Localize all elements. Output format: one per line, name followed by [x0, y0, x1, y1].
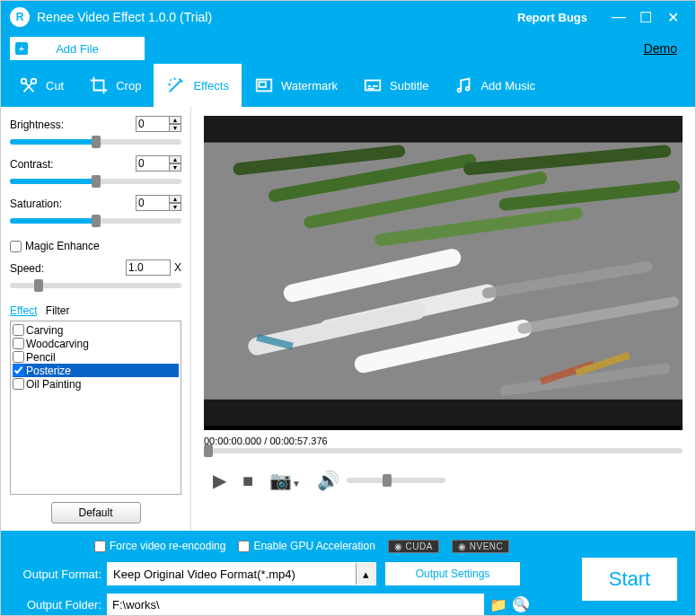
- magic-enhance-checkbox[interactable]: Magic Enhance: [10, 240, 181, 252]
- contrast-label: Contrast:: [10, 158, 69, 171]
- default-button[interactable]: Default: [51, 502, 141, 524]
- brightness-label: Brightness:: [10, 119, 69, 131]
- snapshot-button[interactable]: 📷▼: [269, 470, 301, 491]
- add-file-label: Add File: [56, 42, 99, 56]
- brightness-input[interactable]: [136, 116, 170, 132]
- sub-bar: + Add File Demo: [1, 33, 695, 64]
- preview-panel: 00:00:00.000 / 00:00:57.376 ▶ ■ 📷▼ 🔊: [191, 107, 695, 531]
- volume-icon[interactable]: 🔊: [317, 470, 339, 491]
- tool-tabs: Cut Crop Effects Watermark Subtitle Add …: [1, 64, 695, 107]
- saturation-up[interactable]: ▲: [169, 195, 181, 203]
- seek-slider[interactable]: [204, 448, 683, 453]
- title-bar: R Renee Video Effect 1.0.0 (Trial) Repor…: [1, 1, 695, 33]
- volume-slider[interactable]: [347, 478, 445, 483]
- nvenc-badge: ◉ NVENC: [452, 540, 509, 553]
- minimize-button[interactable]: —: [605, 9, 632, 25]
- effect-tab-link[interactable]: Effect: [10, 304, 37, 317]
- output-format-label: Output Format:: [13, 568, 107, 581]
- app-logo-icon: R: [10, 7, 30, 27]
- tab-cut[interactable]: Cut: [6, 64, 76, 107]
- contrast-input[interactable]: [136, 155, 170, 172]
- tab-effects-label: Effects: [193, 79, 229, 92]
- output-format-value: Keep Original Video Format(*.mp4): [113, 568, 295, 581]
- effect-item-carving[interactable]: Carving: [13, 323, 179, 337]
- tab-crop-label: Crop: [116, 79, 141, 92]
- bottom-bar: Force video re-encoding Enable GPU Accel…: [1, 531, 695, 615]
- svg-point-6: [466, 87, 470, 91]
- open-folder-icon[interactable]: 🔍: [513, 596, 529, 612]
- stop-button[interactable]: ■: [242, 471, 253, 491]
- effect-item-pencil[interactable]: Pencil: [13, 350, 179, 364]
- brightness-slider[interactable]: [10, 139, 181, 145]
- tab-add-music[interactable]: Add Music: [441, 64, 548, 107]
- speed-input[interactable]: [126, 260, 171, 276]
- preview-image: [204, 116, 683, 426]
- tab-effects[interactable]: Effects: [154, 64, 242, 107]
- saturation-down[interactable]: ▼: [169, 203, 181, 211]
- add-file-button[interactable]: + Add File: [10, 37, 145, 60]
- tab-cut-label: Cut: [46, 79, 64, 92]
- output-folder-input[interactable]: [107, 594, 484, 615]
- output-folder-label: Output Folder:: [13, 598, 107, 612]
- contrast-up[interactable]: ▲: [169, 155, 181, 163]
- subtitle-icon: [363, 75, 383, 95]
- effect-item-posterize[interactable]: Posterize: [13, 364, 179, 377]
- demo-link[interactable]: Demo: [644, 41, 677, 56]
- effect-item-oil-painting[interactable]: Oil Painting: [13, 377, 179, 391]
- svg-rect-3: [259, 82, 265, 87]
- effects-panel: Brightness: ▲▼ Contrast: ▲▼ Saturation: …: [1, 107, 191, 531]
- browse-folder-icon[interactable]: 📁: [489, 596, 507, 613]
- effect-item-woodcarving[interactable]: Woodcarving: [13, 337, 179, 350]
- close-button[interactable]: ✕: [659, 9, 686, 26]
- format-dropdown-icon[interactable]: ▴: [356, 563, 375, 585]
- magic-enhance-label: Magic Enhance: [25, 240, 100, 252]
- speed-slider[interactable]: [10, 283, 181, 288]
- watermark-icon: [254, 75, 274, 95]
- brightness-down[interactable]: ▼: [169, 124, 181, 132]
- play-button[interactable]: ▶: [213, 470, 226, 491]
- saturation-input[interactable]: [136, 195, 170, 211]
- force-reencode-checkbox[interactable]: Force video re-encoding: [94, 540, 225, 552]
- brightness-up[interactable]: ▲: [169, 116, 181, 124]
- effect-list[interactable]: Carving Woodcarving Pencil Posterize Oil…: [10, 321, 181, 495]
- scissors-icon: [19, 75, 39, 95]
- report-bugs-link[interactable]: Report Bugs: [517, 11, 587, 24]
- wand-icon: [166, 75, 186, 95]
- speed-label: Speed:: [10, 262, 69, 275]
- speed-unit: X: [174, 261, 181, 274]
- saturation-label: Saturation:: [10, 198, 69, 210]
- start-button[interactable]: Start: [582, 558, 677, 601]
- tab-subtitle-label: Subtitle: [390, 79, 428, 92]
- cuda-badge: ◉ CUDA: [388, 540, 439, 553]
- music-icon: [454, 75, 473, 95]
- maximize-button[interactable]: ☐: [632, 9, 659, 26]
- tab-subtitle[interactable]: Subtitle: [350, 64, 441, 107]
- tab-add-music-label: Add Music: [480, 79, 535, 92]
- tab-watermark-label: Watermark: [281, 79, 338, 92]
- svg-point-5: [458, 89, 462, 92]
- video-preview[interactable]: [204, 116, 683, 430]
- tab-watermark[interactable]: Watermark: [242, 64, 350, 107]
- contrast-down[interactable]: ▼: [169, 163, 181, 172]
- app-title: Renee Video Effect 1.0.0 (Trial): [37, 10, 212, 24]
- saturation-slider[interactable]: [10, 218, 181, 224]
- gpu-accel-checkbox[interactable]: Enable GPU Acceleration: [238, 540, 374, 552]
- tab-crop[interactable]: Crop: [76, 64, 154, 107]
- crop-icon: [89, 75, 109, 95]
- plus-icon: +: [15, 42, 28, 55]
- filter-tab-link[interactable]: Filter: [46, 304, 70, 317]
- output-settings-button[interactable]: Output Settings: [385, 562, 520, 585]
- contrast-slider[interactable]: [10, 179, 181, 184]
- output-format-select[interactable]: Keep Original Video Format(*.mp4) ▴: [107, 562, 376, 585]
